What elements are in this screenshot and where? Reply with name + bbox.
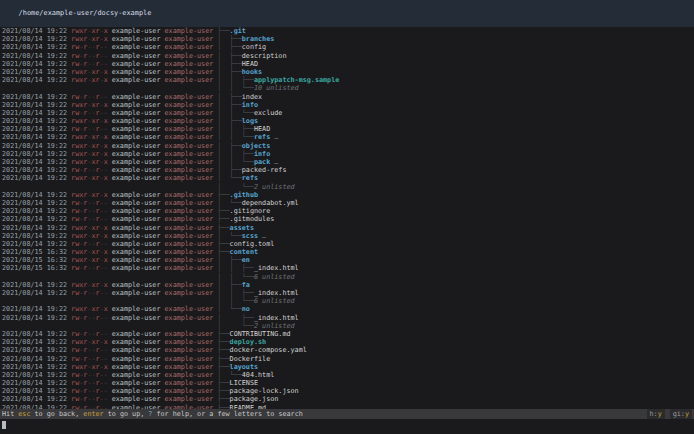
tree-row[interactable]: 2021/08/14 19:22rwxr-xr-xexample-userexa… [2, 158, 694, 166]
tree-row[interactable]: 2021/08/14 19:22rw-r--r--example-userexa… [2, 371, 694, 379]
tree-row[interactable]: 2021/08/14 19:22rw-r--r--example-userexa… [2, 166, 694, 174]
tree-row[interactable]: 2021/08/14 19:22rwxr-xr-xexample-userexa… [2, 117, 694, 125]
file-name: description [242, 52, 287, 60]
tree-connector: │ └── [217, 322, 254, 330]
tree-row[interactable]: 2021/08/14 19:22rwxr-xr-xexample-userexa… [2, 363, 694, 371]
tree-row[interactable]: 2021/08/14 19:22rwxr-xr-xexample-userexa… [2, 150, 694, 158]
owner-name: example-user [112, 60, 165, 68]
tree-connector: │ ├── [217, 93, 241, 101]
tree-row[interactable]: 2021/08/14 19:22rw-r--r--example-userexa… [2, 289, 694, 297]
owner-name: example-user [112, 93, 165, 101]
flag-h[interactable]: h:y [647, 409, 665, 419]
tree-connector: │ │ ├── [217, 150, 254, 158]
tree-row[interactable]: 2021/08/14 19:22rw-r--r--example-userexa… [2, 52, 694, 60]
tree-connector: │ └── [217, 174, 241, 182]
group-name: example-user [165, 133, 218, 141]
tree-row[interactable]: 2021/08/14 19:22rwxr-xr-xexample-userexa… [2, 305, 694, 313]
executable-file-name: applypatch-msg.sample [254, 76, 339, 84]
tree-row[interactable]: 2021/08/14 19:22rwxr-xr-xexample-userexa… [2, 133, 694, 141]
tree-connector: ├── [217, 27, 229, 35]
owner-name: example-user [112, 166, 165, 174]
tree-row[interactable]: 2021/08/14 19:22rw-r--r--example-userexa… [2, 330, 694, 338]
tree-row[interactable]: 2021/08/14 19:22rw-r--r--example-userexa… [2, 240, 694, 248]
tree-row[interactable]: 2021/08/14 19:22rwxr-xr-xexample-userexa… [2, 174, 694, 182]
permissions: rw-r--r-- [71, 330, 112, 338]
modified-date: 2021/08/14 19:22 [2, 76, 71, 84]
modified-date: 2021/08/14 19:22 [2, 68, 71, 76]
unlisted-count: 10 unlisted [254, 84, 299, 92]
modified-date: 2021/08/14 19:22 [2, 93, 71, 101]
tree-row[interactable]: 2021/08/14 19:22rwxr-xr-xexample-userexa… [2, 232, 694, 240]
directory-name: pack [254, 158, 270, 166]
tree-row[interactable]: 2021/08/14 19:22rw-r--r--example-userexa… [2, 346, 694, 354]
modified-date: 2021/08/14 19:22 [2, 101, 71, 109]
tree-row[interactable]: 2021/08/14 19:22rw-r--r--example-userexa… [2, 215, 694, 223]
tree-row[interactable]: │ │ └──10 unlisted [2, 84, 694, 92]
owner-name: example-user [112, 133, 165, 141]
tree-row[interactable]: 2021/08/14 19:22rwxr-xr-xexample-userexa… [2, 35, 694, 43]
permissions: rwxr-xr-x [71, 158, 112, 166]
directory-name: objects [242, 142, 270, 150]
tree-connector: │ │ └── [217, 84, 254, 92]
tree-row[interactable]: 2021/08/14 19:22rwxr-xr-xexample-userexa… [2, 101, 694, 109]
modified-date: 2021/08/14 19:22 [2, 355, 71, 363]
tree-row[interactable]: 2021/08/14 19:22rw-r--r--example-userexa… [2, 43, 694, 51]
file-name: LICENSE [230, 379, 258, 387]
flag-gi[interactable]: gi:y [670, 409, 692, 419]
root-path: /home/example-user/docsy-example [19, 9, 152, 17]
tree-row[interactable]: 2021/08/15 16:32rwxr-xr-xexample-userexa… [2, 248, 694, 256]
tree-row[interactable]: │ │ └──6 unlisted [2, 273, 694, 281]
directory-name: hooks [242, 68, 262, 76]
modified-date: 2021/08/14 19:22 [2, 150, 71, 158]
tree-row[interactable]: 2021/08/14 19:22rwxr-xr-xexample-userexa… [2, 191, 694, 199]
modified-date: 2021/08/14 19:22 [2, 125, 71, 133]
tree-row[interactable]: 2021/08/14 19:22rw-r--r--example-userexa… [2, 379, 694, 387]
tree-connector: ├── [217, 395, 229, 403]
tree-row[interactable]: 2021/08/14 19:22rwxr-xr-xexample-userexa… [2, 224, 694, 232]
group-name: example-user [165, 387, 218, 395]
tree-row[interactable]: 2021/08/14 19:22rw-r--r--example-userexa… [2, 60, 694, 68]
permissions: rw-r--r-- [71, 379, 112, 387]
tree-connector: │ │ └── [217, 158, 254, 166]
file-name: 404.html [242, 371, 275, 379]
permissions: rw-r--r-- [71, 125, 112, 133]
search-input-line[interactable] [0, 419, 694, 434]
tree-row[interactable]: 2021/08/15 16:32rwxr-xr-xexample-userexa… [2, 256, 694, 264]
owner-name: example-user [112, 346, 165, 354]
tree-row[interactable]: │ │ └──6 unlisted [2, 297, 694, 305]
tree-row[interactable]: │ └──2 unlisted [2, 322, 694, 330]
tree-row[interactable]: 2021/08/14 19:22rw-r--r--example-userexa… [2, 199, 694, 207]
directory-name: refs [254, 133, 270, 141]
tree-row[interactable]: 2021/08/14 19:22rw-r--r--example-userexa… [2, 387, 694, 395]
permissions: rw-r--r-- [71, 166, 112, 174]
owner-name: example-user [112, 240, 165, 248]
tree-row[interactable]: 2021/08/14 19:22rwxr-xr-xexample-userexa… [2, 76, 694, 84]
tree-row[interactable]: 2021/08/14 19:22rwxr-xr-xexample-userexa… [2, 142, 694, 150]
root-path-bar[interactable]: /home/example-user/docsy-example [0, 0, 694, 27]
file-name: CONTRIBUTING.md [230, 330, 291, 338]
tree-row[interactable]: 2021/08/14 19:22rw-r--r--example-userexa… [2, 314, 694, 322]
owner-name: example-user [112, 289, 165, 297]
group-name: example-user [165, 215, 218, 223]
tree-row[interactable]: 2021/08/14 19:22rwxr-xr-xexample-userexa… [2, 27, 694, 35]
tree-connector: │ └── [217, 199, 241, 207]
permissions: rwxr-xr-x [71, 174, 112, 182]
tree-row[interactable]: 2021/08/14 19:22rw-r--r--example-userexa… [2, 93, 694, 101]
tree-row[interactable]: 2021/08/14 19:22rwxr-xr-xexample-userexa… [2, 281, 694, 289]
tree-row[interactable]: 2021/08/15 16:32rw-r--r--example-userexa… [2, 264, 694, 272]
tree-row[interactable]: 2021/08/14 19:22rw-r--r--example-userexa… [2, 125, 694, 133]
modified-date: 2021/08/14 19:22 [2, 109, 71, 117]
permissions: rwxr-xr-x [71, 150, 112, 158]
tree-row[interactable]: 2021/08/14 19:22rw-r--r--example-userexa… [2, 207, 694, 215]
permissions: rw-r--r-- [71, 199, 112, 207]
tree-row[interactable]: 2021/08/14 19:22rwxr-xr-xexample-userexa… [2, 338, 694, 346]
tree-row[interactable]: 2021/08/14 19:22rw-r--r--example-userexa… [2, 355, 694, 363]
directory-name: info [254, 150, 270, 158]
tree-row[interactable]: 2021/08/14 19:22rwxr-xr-xexample-userexa… [2, 68, 694, 76]
tree-row[interactable]: │ └──2 unlisted [2, 183, 694, 191]
directory-name: info [242, 101, 258, 109]
tree-row[interactable]: 2021/08/14 19:22rw-r--r--example-userexa… [2, 395, 694, 403]
owner-name: example-user [112, 330, 165, 338]
modified-date: 2021/08/14 19:22 [2, 133, 71, 141]
tree-row[interactable]: 2021/08/14 19:22rw-r--r--example-userexa… [2, 109, 694, 117]
